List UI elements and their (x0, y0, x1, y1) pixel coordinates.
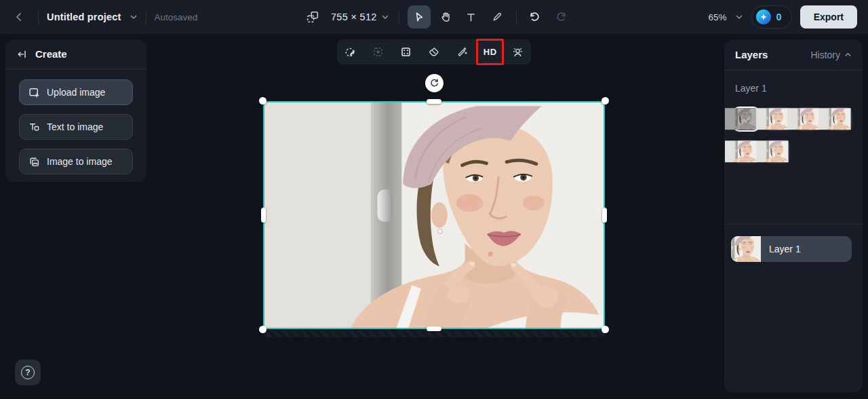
resize-handle-right[interactable] (602, 208, 607, 223)
variant-thumbnails (734, 107, 856, 164)
divider (516, 10, 517, 24)
smart-select-brush-button[interactable] (340, 42, 360, 62)
select-tool-button[interactable] (408, 5, 431, 28)
create-panel: Create Upload image Text to image Image … (5, 39, 146, 182)
paste-region-icon (372, 46, 384, 58)
canvas-toolbar: HD (337, 39, 531, 64)
resize-handle-bottom-right[interactable] (601, 326, 609, 333)
divider (724, 70, 863, 71)
credits-count: 0 (776, 12, 782, 22)
canvas-size-value[interactable]: 755 × 512 (331, 12, 377, 22)
text-to-image-icon (28, 121, 40, 133)
history-label: History (810, 50, 840, 60)
help-icon: ? (21, 366, 35, 379)
export-button[interactable]: Export (800, 5, 857, 28)
resize-handle-top-right[interactable] (601, 97, 609, 104)
help-glyph: ? (25, 368, 30, 377)
image-editor-app: Untitled project Autosaved 755 × 512 (0, 0, 868, 399)
chevron-down-icon[interactable] (130, 13, 138, 21)
woman-portrait-image (264, 102, 604, 328)
text-to-image-button[interactable]: Text to image (19, 114, 133, 140)
resize-canvas-button[interactable] (304, 6, 321, 28)
image-to-image-icon (28, 156, 40, 168)
help-button[interactable]: ? (15, 360, 41, 385)
image-to-image-button[interactable]: Image to image (19, 149, 133, 174)
resize-handle-bottom[interactable] (427, 326, 441, 331)
variant-thumbnail[interactable] (765, 140, 790, 164)
divider (724, 224, 863, 225)
tab-layers[interactable]: Layers (735, 49, 768, 60)
upload-image-button[interactable]: Upload image (19, 79, 133, 105)
magic-wand-button[interactable] (452, 42, 472, 62)
resize-handle-top[interactable] (427, 99, 441, 104)
smart-select-brush-icon (344, 46, 356, 58)
collapse-panel-icon[interactable] (16, 49, 27, 60)
redo-icon (555, 11, 568, 23)
layer-thumbnail (731, 236, 761, 262)
layer-item-label: Layer 1 (769, 244, 801, 254)
zoom-level-value[interactable]: 65% (709, 12, 727, 22)
layer-group-label: Layer 1 (735, 83, 767, 94)
chevron-up-icon (844, 51, 852, 58)
undo-button[interactable] (524, 6, 545, 28)
canvas-transparent-strip (263, 330, 605, 337)
text-tool-icon (466, 12, 476, 22)
project-title[interactable]: Untitled project (47, 12, 121, 22)
layer-list-item[interactable]: Layer 1 (731, 236, 852, 262)
variant-thumbnail[interactable] (765, 107, 790, 131)
resize-handle-left[interactable] (261, 208, 266, 223)
brush-icon (492, 12, 502, 22)
eraser-icon (428, 46, 439, 58)
canvas-image[interactable] (263, 101, 605, 329)
pan-tool-button[interactable] (435, 6, 456, 28)
redo-button[interactable] (551, 6, 572, 28)
paste-region-button (368, 42, 388, 62)
chevron-left-icon (14, 12, 24, 22)
layers-panel: Layers History Layer 1 (724, 39, 863, 392)
upload-image-icon (28, 87, 40, 98)
autosave-status: Autosaved (155, 12, 198, 22)
divider (38, 10, 39, 24)
expand-canvas-icon (400, 46, 412, 58)
create-panel-title: Create (35, 48, 67, 60)
divider (146, 10, 146, 24)
hd-enhance-button[interactable]: HD (480, 42, 500, 62)
resize-handle-bottom-left[interactable] (259, 326, 267, 333)
variant-thumbnail[interactable] (827, 107, 852, 131)
resize-canvas-icon (307, 11, 319, 23)
text-to-image-label: Text to image (47, 121, 103, 132)
variant-thumbnail[interactable] (734, 140, 759, 164)
magic-wand-icon (456, 46, 468, 58)
upload-image-label: Upload image (47, 87, 105, 98)
portrait-enhance-button[interactable] (508, 42, 528, 62)
eraser-button[interactable] (424, 42, 444, 62)
text-tool-button[interactable] (460, 6, 482, 28)
expand-canvas-button[interactable] (396, 42, 416, 62)
image-to-image-label: Image to image (47, 156, 113, 167)
chevron-down-icon[interactable] (381, 13, 389, 21)
hand-icon (440, 12, 451, 22)
hd-label: HD (484, 47, 497, 57)
brush-tool-button[interactable] (486, 6, 508, 28)
undo-icon (528, 11, 540, 23)
canvas-selection (263, 101, 605, 329)
top-bar: Untitled project Autosaved 755 × 512 (0, 0, 868, 34)
tab-history[interactable]: History (810, 50, 852, 60)
rotate-handle[interactable] (425, 74, 443, 92)
check-icon (734, 107, 759, 131)
rotate-icon (429, 78, 439, 88)
variant-thumbnail-selected[interactable] (734, 107, 759, 131)
variant-thumbnail[interactable] (796, 107, 821, 131)
back-button[interactable] (8, 6, 30, 28)
credits-pill[interactable]: 0 (751, 5, 792, 28)
chevron-down-icon[interactable] (735, 13, 743, 21)
credits-icon (756, 10, 771, 24)
portrait-enhance-icon (512, 46, 524, 58)
cursor-icon (414, 12, 425, 22)
divider (5, 69, 146, 69)
resize-handle-top-left[interactable] (259, 97, 267, 104)
divider (399, 10, 399, 24)
